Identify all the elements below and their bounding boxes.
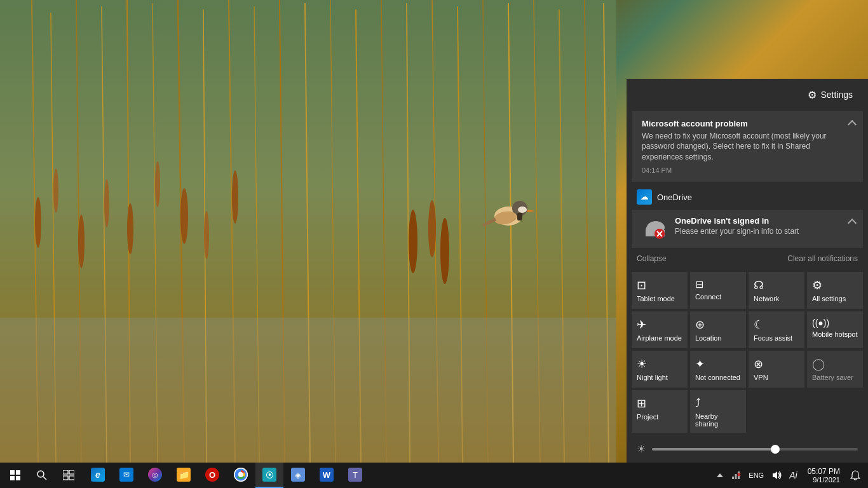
qa-night-light[interactable]: ☀ Night light xyxy=(632,351,688,388)
clear-all-link[interactable]: Clear all notifications xyxy=(787,254,858,263)
brightness-slider[interactable] xyxy=(652,448,858,451)
taskbar-app-browser2[interactable]: ◈ xyxy=(284,463,312,488)
taskbar-app-fileexplorer[interactable]: 📁 xyxy=(170,463,198,488)
ms-notif-title: Microsoft account problem xyxy=(642,119,853,128)
taskbar-app-mail[interactable]: ✉ xyxy=(112,463,140,488)
qa-vpn[interactable]: ⊗ VPN xyxy=(749,351,804,388)
ms-notif-time: 04:14 PM xyxy=(642,166,853,174)
qa-tablet-label: Tablet mode xyxy=(637,295,675,302)
qa-battery-label: Battery saver xyxy=(812,374,853,381)
svg-point-65 xyxy=(238,472,243,477)
chevron-up-icon xyxy=(848,120,857,129)
qa-airplane-label: Airplane mode xyxy=(637,334,682,342)
location-icon: ⊕ xyxy=(695,318,705,332)
svg-marker-71 xyxy=(773,471,777,479)
teams-icon: T xyxy=(348,468,362,482)
qa-hotspot-label: Mobile hotspot xyxy=(812,330,858,338)
ac-settings-label: Settings xyxy=(820,90,853,100)
taskbar-app-photos[interactable]: ◎ xyxy=(141,463,169,488)
collapse-link[interactable]: Collapse xyxy=(637,254,667,263)
qa-mobile-hotspot[interactable]: ((●)) Mobile hotspot xyxy=(807,311,863,348)
qa-night-light-label: Night light xyxy=(637,374,668,381)
svg-rect-61 xyxy=(63,476,68,480)
search-button[interactable] xyxy=(29,463,55,488)
ms-notif-body: We need to fix your Microsoft account (m… xyxy=(642,131,853,163)
search-icon xyxy=(37,470,47,480)
focus-assist-icon: ☾ xyxy=(754,318,764,332)
chevron-up-icon xyxy=(717,473,723,477)
clock-date: 9/1/2021 xyxy=(813,476,840,484)
taskbar-app-teams[interactable]: T xyxy=(341,463,369,488)
photos-icon: ◎ xyxy=(148,468,162,482)
onedrive-notif-collapse[interactable] xyxy=(846,215,858,231)
settings-gear-icon: ⚙ xyxy=(808,89,817,101)
svg-rect-66 xyxy=(732,477,734,479)
taskbar-left xyxy=(0,463,81,488)
mobile-hotspot-icon: ((●)) xyxy=(812,318,829,328)
brightness-thumb xyxy=(771,445,780,454)
word-icon: W xyxy=(320,468,334,482)
task-view-icon xyxy=(63,470,74,480)
ai-label-button[interactable]: Ai xyxy=(787,463,799,488)
ms-account-notification[interactable]: Microsoft account problem We need to fix… xyxy=(632,111,863,182)
ac-bottom-bar: Collapse Clear all notifications xyxy=(627,250,868,267)
show-hidden-icons-button[interactable] xyxy=(714,463,726,488)
network-icon xyxy=(731,470,741,480)
task-view-button[interactable] xyxy=(56,463,81,488)
night-light-icon: ☀ xyxy=(637,357,647,371)
ai-label: Ai xyxy=(789,470,797,480)
project-icon: ⊞ xyxy=(637,396,646,410)
taskbar-app-bittorrent[interactable]: ⦿ xyxy=(255,463,283,488)
onedrive-icon: ☁ xyxy=(637,189,652,205)
onedrive-section-header: ☁ OneDrive xyxy=(627,184,868,207)
brightness-icon: ☀ xyxy=(637,443,646,455)
ac-header: ⚙ Settings xyxy=(627,79,868,109)
start-button[interactable] xyxy=(3,463,28,488)
qa-tablet-mode[interactable]: ⊡ Tablet mode xyxy=(632,272,688,309)
clock-button[interactable]: 05:07 PM 9/1/2021 xyxy=(803,463,845,488)
svg-rect-45 xyxy=(0,0,616,464)
qa-bluetooth[interactable]: ✦ Not connected xyxy=(690,351,746,388)
qa-connect[interactable]: ⊟ Connect xyxy=(690,272,746,309)
svg-rect-56 xyxy=(16,476,20,480)
qa-network[interactable]: ☊ Network xyxy=(749,272,804,309)
taskbar-app-chrome[interactable] xyxy=(227,463,255,488)
ac-settings-button[interactable]: ⚙ Settings xyxy=(803,86,858,104)
notification-icon xyxy=(850,470,860,480)
taskbar-app-opera[interactable]: O xyxy=(198,463,226,488)
language-indicator[interactable]: ENG xyxy=(746,463,766,488)
onedrive-label: OneDrive xyxy=(657,193,692,202)
connect-icon: ⊟ xyxy=(695,278,703,290)
svg-line-58 xyxy=(43,477,46,480)
qa-all-settings[interactable]: ⚙ All settings xyxy=(807,272,863,309)
qa-network-label: Network xyxy=(754,295,779,302)
qa-project[interactable]: ⊞ Project xyxy=(632,390,688,433)
taskbar-app-word[interactable]: W xyxy=(313,463,341,488)
svg-rect-53 xyxy=(10,470,15,475)
qa-focus-label: Focus assist xyxy=(754,334,792,342)
qa-connect-label: Connect xyxy=(695,293,721,301)
qa-battery-saver[interactable]: ◯ Battery saver xyxy=(807,351,863,388)
sound-icon xyxy=(771,470,782,480)
windows-logo-icon xyxy=(10,470,20,480)
qa-nearby-sharing[interactable]: ⤴ Nearby sharing xyxy=(690,390,746,433)
brightness-row: ☀ xyxy=(627,438,868,463)
notifications-button[interactable] xyxy=(848,463,863,488)
qa-focus-assist[interactable]: ☾ Focus assist xyxy=(749,311,804,348)
ms-notif-collapse[interactable] xyxy=(846,116,858,133)
network-status-icon[interactable] xyxy=(728,463,743,488)
taskbar-apps: e ✉ ◎ 📁 O xyxy=(81,463,714,488)
qa-airplane-mode[interactable]: ✈ Airplane mode xyxy=(632,311,688,348)
clock-time: 05:07 PM xyxy=(808,467,840,476)
svg-rect-60 xyxy=(69,470,74,474)
airplane-mode-icon: ✈ xyxy=(637,318,646,332)
onedrive-notification[interactable]: OneDrive isn't signed in Please enter yo… xyxy=(632,210,863,248)
svg-rect-59 xyxy=(63,470,68,474)
battery-saver-icon: ◯ xyxy=(812,357,825,371)
taskbar-right: ENG Ai 05:07 PM 9/1/2021 xyxy=(714,463,868,488)
taskbar: e ✉ ◎ 📁 O xyxy=(0,463,868,488)
browser2-icon: ◈ xyxy=(291,468,305,482)
sound-icon-button[interactable] xyxy=(769,463,784,488)
qa-location[interactable]: ⊕ Location xyxy=(690,311,746,348)
taskbar-app-edge[interactable]: e xyxy=(84,463,112,488)
